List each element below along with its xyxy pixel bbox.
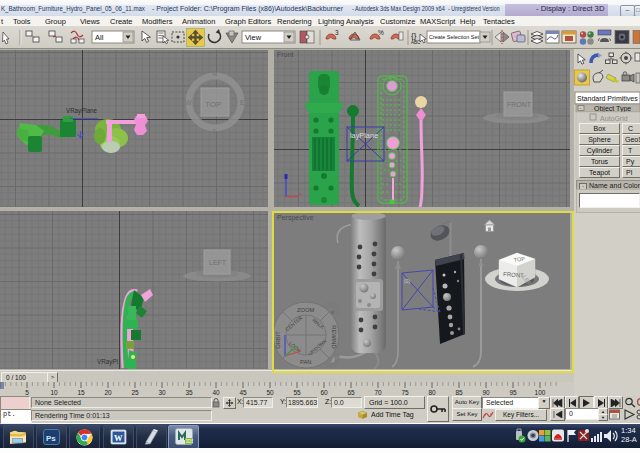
svg-text:100: 100 xyxy=(535,389,546,396)
svg-text:ABC: ABC xyxy=(411,40,421,45)
svg-text:AutoGrid: AutoGrid xyxy=(600,115,628,122)
svg-text:15: 15 xyxy=(77,389,85,396)
svg-text:%: % xyxy=(378,29,384,36)
svg-text:VRayPl: VRayPl xyxy=(97,358,118,366)
svg-text:35: 35 xyxy=(185,389,193,396)
svg-text:20: 20 xyxy=(104,389,112,396)
svg-text:VRayPlane: VRayPlane xyxy=(66,107,97,115)
svg-text:60: 60 xyxy=(320,389,328,396)
svg-text:layPlane: layPlane xyxy=(350,132,379,140)
svg-text:90: 90 xyxy=(482,389,490,396)
svg-text:View: View xyxy=(245,33,262,42)
svg-text:TOP: TOP xyxy=(205,100,221,109)
svg-text:FRONT: FRONT xyxy=(507,101,532,108)
svg-text:40: 40 xyxy=(212,389,220,396)
svg-text:N: N xyxy=(212,70,217,77)
svg-text:{}: {} xyxy=(411,31,417,40)
svg-text:10: 10 xyxy=(50,389,58,396)
svg-text:80: 80 xyxy=(428,389,436,396)
svg-text:30: 30 xyxy=(158,389,166,396)
svg-text:W: W xyxy=(114,433,123,443)
svg-text:95: 95 xyxy=(509,389,517,396)
svg-text:75: 75 xyxy=(401,389,409,396)
svg-text:3: 3 xyxy=(335,29,339,36)
svg-text:65: 65 xyxy=(347,389,355,396)
svg-text:85: 85 xyxy=(455,389,463,396)
svg-text:45: 45 xyxy=(239,389,247,396)
svg-text:LEFT: LEFT xyxy=(209,259,227,266)
svg-text:50: 50 xyxy=(266,389,274,396)
svg-text:E: E xyxy=(240,99,245,106)
svg-text:S: S xyxy=(212,128,217,135)
svg-text:70: 70 xyxy=(374,389,382,396)
svg-text:Create Selection Set: Create Selection Set xyxy=(429,33,479,40)
svg-text:3DS: 3DS xyxy=(186,439,193,444)
svg-text:Standard Primitives: Standard Primitives xyxy=(577,95,638,102)
svg-text:W: W xyxy=(185,99,192,106)
svg-text:25: 25 xyxy=(131,389,139,396)
svg-text:All: All xyxy=(95,33,104,42)
svg-text:x: x xyxy=(299,191,302,197)
svg-text:5: 5 xyxy=(25,389,29,396)
svg-text:Ps: Ps xyxy=(46,434,56,443)
svg-text:55: 55 xyxy=(293,389,301,396)
